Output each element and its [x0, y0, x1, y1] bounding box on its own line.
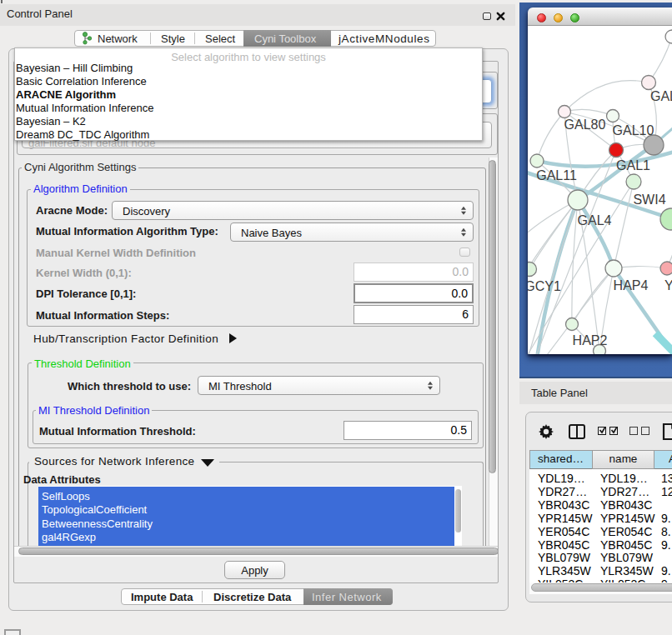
svg-text:GAL10: GAL10 — [613, 123, 654, 138]
svg-text:GAL4: GAL4 — [578, 213, 612, 228]
svg-text:GCY1: GCY1 — [528, 279, 561, 293]
svg-text:SWI4: SWI4 — [633, 192, 665, 207]
svg-text:GAL1: GAL1 — [616, 158, 650, 172]
svg-text:HAP2: HAP2 — [573, 333, 608, 348]
svg-text:HAP4: HAP4 — [614, 278, 649, 292]
svg-text:GAL2: GAL2 — [650, 89, 672, 103]
svg-text:GAL11: GAL11 — [536, 168, 577, 182]
svg-text:YJ: YJ — [664, 278, 672, 292]
svg-text:GAL80: GAL80 — [564, 118, 606, 132]
